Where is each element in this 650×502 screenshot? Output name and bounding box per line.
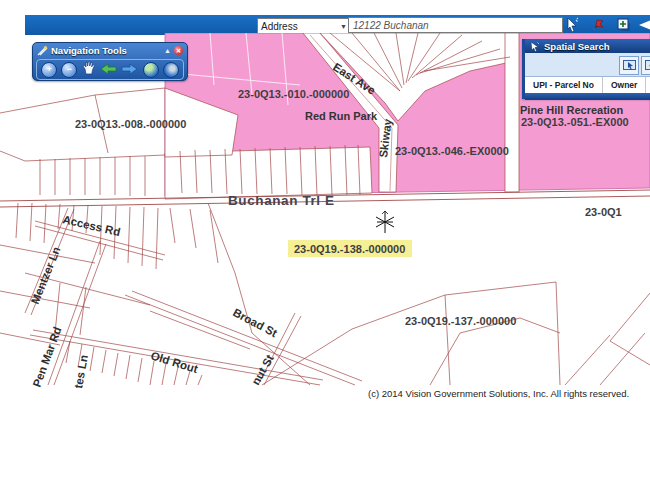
road-label-old-route: Old Rout xyxy=(149,349,199,375)
parcel-label-051: 23-0Q13.-051.-EX000 xyxy=(521,116,629,128)
search-input[interactable] xyxy=(348,17,563,33)
top-toolbar: Address ▼ xyxy=(25,15,650,35)
chevron-down-icon: ▼ xyxy=(340,23,347,30)
copyright-text: (c) 2014 Vision Government Solutions, In… xyxy=(368,388,629,399)
add-to-map-icon[interactable] xyxy=(615,16,633,34)
monitor-cursor-icon xyxy=(623,60,636,71)
spatial-select-area-button[interactable] xyxy=(619,56,639,75)
spatial-draw-shape-button[interactable] xyxy=(641,56,650,75)
minimize-icon[interactable]: ▲ xyxy=(164,47,171,54)
flag-icon[interactable] xyxy=(589,16,607,34)
parcel-label-edge: 23-0Q1 xyxy=(585,206,622,218)
parcel-label-008: 23-0Q13.-008.-000000 xyxy=(75,118,186,130)
select-cursor-icon[interactable] xyxy=(563,16,581,34)
road-label-broad-st: Broad St xyxy=(231,306,279,339)
hand-icon xyxy=(82,60,96,75)
place-label-red-run-park: Red Run Park xyxy=(305,110,378,122)
selection-marker-icon xyxy=(376,211,394,233)
road-label-buchanan: Buchanan Trl E xyxy=(228,193,335,208)
navigation-tools-panel: Navigation Tools ▲ ✕ + − xyxy=(32,42,188,81)
parcel-label-pine-hill: Pine Hill Recreation xyxy=(520,104,624,116)
parcel-label-010: 23-0Q13.-010.-000000 xyxy=(238,88,349,100)
search-type-value: Address xyxy=(261,21,298,32)
tab-owner[interactable]: Owner xyxy=(603,77,646,93)
spatial-cursor-icon xyxy=(529,41,540,52)
pan-button[interactable] xyxy=(82,60,96,79)
search-type-select[interactable]: Address ▼ xyxy=(257,18,351,34)
close-icon[interactable]: ✕ xyxy=(174,46,183,55)
parcel-label-137: 23-0Q19.-137.-000000 xyxy=(405,315,516,327)
parcel-label-046: 23-0Q13.-046.-EX0000 xyxy=(395,145,509,157)
application-window: Address ▼ xyxy=(0,0,650,502)
spatial-search-title: Spatial Search xyxy=(544,41,609,52)
back-arrow-icon xyxy=(100,63,117,75)
tools-icon xyxy=(37,45,48,56)
monitor-lightning-icon xyxy=(645,60,650,71)
back-button[interactable] xyxy=(100,61,117,79)
navigation-tools-title: Navigation Tools xyxy=(51,45,161,56)
forward-button[interactable] xyxy=(121,61,138,79)
road-label-access-rd: Access Rd xyxy=(62,213,122,238)
full-extent-button[interactable] xyxy=(143,62,159,78)
parcel-label-138: 23-0Q19.-138.-000000 xyxy=(294,243,405,255)
spatial-search-panel: Spatial Search UPI - Parcel No Owner xyxy=(522,39,650,99)
zoom-in-button[interactable]: + xyxy=(41,62,57,78)
forward-arrow-icon xyxy=(121,63,138,75)
road-label-tes-ln: tes Ln xyxy=(72,354,90,388)
zoom-out-button[interactable]: − xyxy=(61,62,77,78)
tab-upi-parcel-no[interactable]: UPI - Parcel No xyxy=(525,77,603,93)
previous-extent-button[interactable] xyxy=(163,62,179,78)
